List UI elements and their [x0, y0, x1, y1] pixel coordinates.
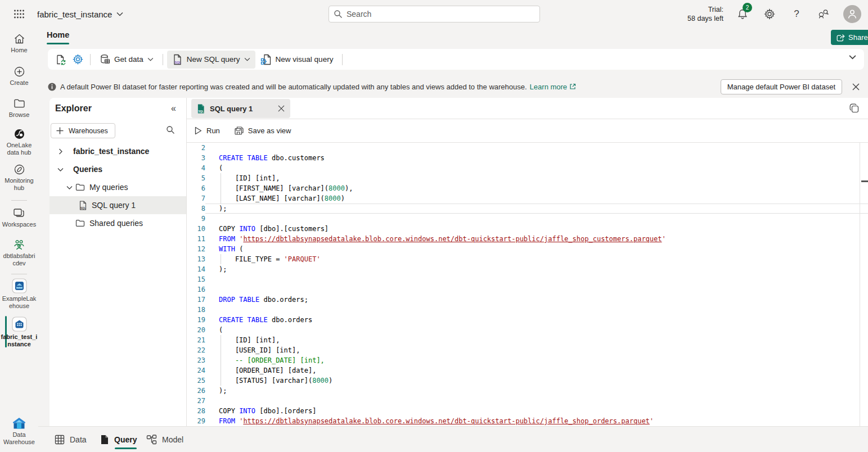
- code-line[interactable]: 24 [ORDER_DATE] [date],: [187, 365, 868, 376]
- new-visual-query-button[interactable]: New visual query: [255, 51, 339, 69]
- tree-item-shared-queries[interactable]: Shared queries: [50, 214, 186, 232]
- code-line-content[interactable]: [ID] [int],: [205, 173, 868, 183]
- code-line-content[interactable]: [205, 143, 868, 153]
- line-number[interactable]: 24: [187, 365, 205, 376]
- code-line[interactable]: 7 [LAST_NAME] [varchar](8000): [187, 193, 868, 204]
- code-line-content[interactable]: );: [205, 264, 868, 274]
- workspace-switcher[interactable]: fabric_test_instance: [37, 7, 123, 21]
- line-number[interactable]: 26: [187, 386, 205, 396]
- line-number[interactable]: 20: [187, 325, 205, 335]
- copy-icon[interactable]: [849, 103, 859, 113]
- rail-item-monitoring-hub[interactable]: Monitoringhub: [0, 163, 38, 192]
- code-line[interactable]: 16: [187, 284, 868, 295]
- code-line[interactable]: 28COPY INTO [dbo].[orders]: [187, 406, 868, 416]
- code-line-content[interactable]: DROP TABLE dbo.orders;: [205, 295, 868, 305]
- code-line-content[interactable]: WITH (: [205, 244, 868, 254]
- chevron-down-icon[interactable]: [56, 168, 64, 171]
- explorer-search-icon[interactable]: [166, 125, 175, 134]
- code-line-content[interactable]: [ORDER_DATE] [date],: [205, 365, 868, 376]
- line-number[interactable]: 3: [187, 153, 205, 163]
- tree-item-my-queries[interactable]: My queries: [50, 178, 186, 196]
- line-number[interactable]: 11: [187, 234, 205, 244]
- code-line[interactable]: 8);: [187, 204, 868, 214]
- code-line-content[interactable]: CREATE TABLE dbo.customers: [205, 153, 868, 163]
- code-line-content[interactable]: [ID] [int],: [205, 335, 868, 345]
- query-tab[interactable]: SQL SQL query 1: [191, 99, 290, 118]
- new-sql-query-button[interactable]: SQL New SQL query: [167, 51, 255, 69]
- add-warehouses-button[interactable]: Warehouses: [51, 123, 115, 138]
- code-line-content[interactable]: [205, 305, 868, 315]
- help-button[interactable]: ?: [789, 7, 804, 21]
- rail-item-home[interactable]: Home: [0, 33, 38, 54]
- notifications-button[interactable]: 2: [735, 7, 750, 21]
- code-area[interactable]: 23CREATE TABLE dbo.customers4(5 [ID] [in…: [187, 143, 868, 426]
- line-number[interactable]: 22: [187, 345, 205, 355]
- line-number[interactable]: 9: [187, 214, 205, 224]
- manage-dataset-button[interactable]: Manage default Power BI dataset: [721, 79, 842, 94]
- view-tab-data[interactable]: Data: [55, 427, 87, 452]
- code-line-content[interactable]: [205, 214, 868, 224]
- chevron-down-icon[interactable]: [65, 186, 73, 189]
- code-line-content[interactable]: CREATE TABLE dbo.orders: [205, 315, 868, 325]
- rail-item-workspaces[interactable]: Workspaces: [0, 207, 38, 228]
- code-line[interactable]: 21 [ID] [int],: [187, 335, 868, 345]
- code-line[interactable]: 25 [STATUS] [varchar](8000): [187, 376, 868, 386]
- view-tab-model[interactable]: Model: [146, 427, 183, 452]
- code-line-content[interactable]: [USER_ID] [int],: [205, 345, 868, 355]
- code-line[interactable]: 22 [USER_ID] [int],: [187, 345, 868, 355]
- learn-more-link[interactable]: Learn more: [530, 83, 576, 91]
- code-line-content[interactable]: [FIRST_NAME] [varchar](8000),: [205, 183, 868, 193]
- line-number[interactable]: 12: [187, 244, 205, 254]
- code-line[interactable]: 15: [187, 274, 868, 284]
- line-number[interactable]: 25: [187, 376, 205, 386]
- rail-item-create[interactable]: Create: [0, 65, 38, 87]
- settings-button[interactable]: [762, 7, 777, 21]
- app-launcher-icon[interactable]: [10, 5, 28, 23]
- code-line[interactable]: 11FROM 'https://dbtlabsynapsedatalake.bl…: [187, 234, 868, 244]
- code-line[interactable]: 12WITH (: [187, 244, 868, 254]
- tree-item-warehouse[interactable]: fabric_test_instance: [50, 142, 186, 160]
- line-number[interactable]: 5: [187, 173, 205, 183]
- code-line[interactable]: 2: [187, 143, 868, 153]
- code-line-content[interactable]: );: [205, 386, 868, 396]
- rail-item-examplelakehouse[interactable]: ExampleLakehouse: [0, 278, 38, 310]
- code-line[interactable]: 6 [FIRST_NAME] [varchar](8000),: [187, 183, 868, 193]
- line-number[interactable]: 27: [187, 396, 205, 406]
- code-line[interactable]: 20(: [187, 325, 868, 335]
- code-line[interactable]: 3CREATE TABLE dbo.customers: [187, 153, 868, 163]
- code-line[interactable]: 26);: [187, 386, 868, 396]
- ribbon-collapse-chevron[interactable]: [849, 55, 856, 60]
- line-number[interactable]: 21: [187, 335, 205, 345]
- code-line[interactable]: 29FROM 'https://dbtlabsynapsedatalake.bl…: [187, 416, 868, 426]
- tree-item-queries[interactable]: Queries: [50, 160, 186, 178]
- rail-item-browse[interactable]: Browse: [0, 97, 38, 119]
- line-number[interactable]: 13: [187, 254, 205, 264]
- code-line[interactable]: 9: [187, 214, 868, 224]
- run-button[interactable]: Run: [195, 126, 220, 135]
- chevron-right-icon[interactable]: [56, 148, 64, 155]
- share-button[interactable]: Share: [831, 30, 868, 45]
- code-line[interactable]: 17DROP TABLE dbo.orders;: [187, 295, 868, 305]
- scrollbar-position-mark[interactable]: [861, 180, 868, 182]
- code-line[interactable]: 5 [ID] [int],: [187, 173, 868, 183]
- tab-close-icon[interactable]: [278, 105, 285, 112]
- feedback-button[interactable]: [816, 7, 831, 21]
- line-number[interactable]: 6: [187, 183, 205, 193]
- tab-home[interactable]: Home: [47, 30, 69, 44]
- view-tab-query[interactable]: Query: [100, 427, 137, 452]
- line-number[interactable]: 10: [187, 224, 205, 234]
- code-line[interactable]: 27: [187, 396, 868, 406]
- settings-ribbon-button[interactable]: [69, 51, 86, 68]
- code-line-content[interactable]: COPY INTO [dbo].[customers]: [205, 224, 868, 234]
- line-number[interactable]: 15: [187, 274, 205, 284]
- collapse-panel-icon[interactable]: «: [171, 103, 176, 114]
- line-number[interactable]: 7: [187, 193, 205, 204]
- line-number[interactable]: 2: [187, 143, 205, 153]
- rail-item-data-warehouse[interactable]: DataWarehouse: [0, 417, 38, 446]
- code-line-content[interactable]: );: [205, 204, 868, 214]
- code-line[interactable]: 19CREATE TABLE dbo.orders: [187, 315, 868, 325]
- search-input[interactable]: [347, 10, 535, 19]
- code-line[interactable]: 18: [187, 305, 868, 315]
- code-line-content[interactable]: FROM 'https://dbtlabsynapsedatalake.blob…: [205, 416, 868, 426]
- code-line-content[interactable]: [205, 274, 868, 284]
